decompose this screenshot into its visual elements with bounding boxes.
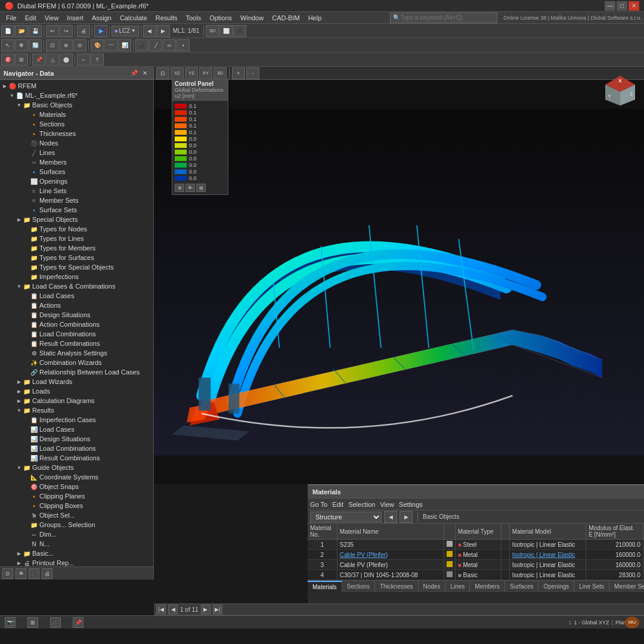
node-btn[interactable]: ⚫ bbox=[135, 39, 148, 51]
deform-btn[interactable]: 〰 bbox=[104, 39, 117, 51]
tree-openings[interactable]: ⬜ Openings bbox=[0, 177, 153, 186]
menu-calculate[interactable]: Calculate bbox=[116, 14, 151, 22]
pag-last-btn[interactable]: ▶| bbox=[213, 605, 222, 614]
status-grid-btn[interactable]: ⊞ bbox=[27, 617, 38, 628]
tree-types-nodes[interactable]: 📁 Types for Nodes bbox=[0, 224, 153, 234]
result-btn[interactable]: 📊 bbox=[118, 39, 131, 51]
status-mark-btn[interactable]: 📌 bbox=[73, 617, 83, 628]
load-btn[interactable]: 📌 bbox=[32, 54, 45, 66]
vp-zoom-out-btn[interactable]: - bbox=[246, 67, 259, 79]
hinge-btn[interactable]: ⬤ bbox=[60, 54, 73, 66]
render-btn[interactable]: 🎨 bbox=[91, 39, 104, 51]
struct-next-btn[interactable]: ▶ bbox=[400, 511, 413, 523]
tab-thicknesses[interactable]: Thicknesses bbox=[375, 581, 419, 593]
menu-insert[interactable]: Insert bbox=[63, 14, 87, 22]
table-row[interactable]: 2 Cable PV (Pfeifer) ■ Metal Isotropic |… bbox=[308, 550, 644, 560]
nav-print-btn[interactable]: 🖨 bbox=[42, 568, 52, 579]
tab-member-sets[interactable]: Member Sets bbox=[609, 581, 644, 593]
mat-menu-view[interactable]: View bbox=[380, 501, 394, 508]
menu-results[interactable]: Results bbox=[152, 14, 181, 22]
text-btn[interactable]: T bbox=[91, 54, 104, 66]
tree-calc-diagrams[interactable]: ▶ 📁 Calculation Diagrams bbox=[0, 396, 153, 405]
tree-combination-wizards[interactable]: ✨ Combination Wizards bbox=[0, 358, 153, 367]
nav-display-btn[interactable]: 👁 bbox=[16, 568, 26, 579]
next-btn[interactable]: ▶ bbox=[157, 25, 170, 37]
vp-fit-btn[interactable]: ⊡ bbox=[156, 67, 169, 79]
tree-line-sets[interactable]: ≡ Line Sets bbox=[0, 186, 153, 196]
cp-expand-btn[interactable]: ⊞ bbox=[196, 184, 206, 192]
save-btn[interactable]: 💾 bbox=[29, 25, 42, 37]
status-cam-btn[interactable]: 📷 bbox=[5, 617, 16, 628]
tab-line-sets[interactable]: Line Sets bbox=[574, 581, 609, 593]
maximize-button[interactable]: □ bbox=[617, 1, 627, 11]
search-input[interactable] bbox=[400, 14, 484, 21]
print-btn[interactable]: 🖨 bbox=[77, 25, 90, 37]
tree-result-combinations[interactable]: 📋 Result Combinations bbox=[0, 339, 153, 348]
tree-lcc[interactable]: ▼ 📁 Load Cases & Combinations bbox=[0, 281, 153, 291]
tab-lines[interactable]: Lines bbox=[445, 581, 470, 593]
pag-prev-btn[interactable]: ◀ bbox=[168, 605, 178, 614]
vp-3d-btn[interactable]: 3D bbox=[213, 67, 227, 79]
close-button[interactable]: ✕ bbox=[628, 1, 639, 11]
snap-btn[interactable]: 🎯 bbox=[1, 54, 14, 66]
tree-sections[interactable]: ▪ Sections bbox=[0, 119, 153, 129]
view3d-btn[interactable]: 3D bbox=[206, 25, 219, 37]
prev-btn[interactable]: ◀ bbox=[143, 25, 156, 37]
tree-obj-snaps[interactable]: 🎯 Object Snaps bbox=[0, 482, 153, 491]
tree-basic2[interactable]: ▶ 📁 Basic... bbox=[0, 549, 153, 558]
tree-types-members[interactable]: 📁 Types for Members bbox=[0, 243, 153, 253]
tree-obj-sel[interactable]: 🖱 Object Sel... bbox=[0, 510, 153, 520]
vp-zoom-in-btn[interactable]: + bbox=[232, 67, 245, 79]
tree-load-combinations[interactable]: 📋 Load Combinations bbox=[0, 329, 153, 339]
tree-res-load-comb[interactable]: 📊 Load Combinations bbox=[0, 444, 153, 453]
open-btn[interactable]: 📂 bbox=[15, 25, 28, 37]
menu-edit[interactable]: Edit bbox=[21, 14, 40, 22]
viewport[interactable]: ⊡ XZ YZ XY 3D + - bbox=[154, 67, 644, 484]
mat-menu-goto[interactable]: Go To bbox=[310, 501, 327, 508]
tree-basic-objects[interactable]: ▼ 📁 Basic Objects bbox=[0, 100, 153, 110]
tab-materials[interactable]: Materials bbox=[308, 581, 342, 593]
tab-sections[interactable]: Sections bbox=[342, 581, 375, 593]
tree-guide-objects[interactable]: ▼ 📁 Guide Objects bbox=[0, 463, 153, 472]
wire-btn[interactable]: ⬜ bbox=[219, 25, 233, 37]
tree-materials[interactable]: ▪ Materials bbox=[0, 110, 153, 119]
tree-thicknesses[interactable]: ▪ Thicknesses bbox=[0, 129, 153, 138]
menu-assign[interactable]: Assign bbox=[88, 14, 115, 22]
surface-btn[interactable]: ▪ bbox=[177, 39, 190, 51]
pag-next-btn[interactable]: ▶ bbox=[201, 605, 210, 614]
cp-view-btn[interactable]: 👁 bbox=[185, 184, 195, 192]
menu-tools[interactable]: Tools bbox=[182, 14, 205, 22]
tree-load-wizards[interactable]: ▶ 📁 Load Wizards bbox=[0, 377, 153, 386]
tree-rfem[interactable]: ▶ 🔴 RFEM bbox=[0, 81, 153, 91]
tree-results[interactable]: ▼ 📁 Results bbox=[0, 405, 153, 415]
tree-clipping-planes[interactable]: ▪ Clipping Planes bbox=[0, 491, 153, 501]
line-btn[interactable]: ╱ bbox=[149, 39, 162, 51]
tree-design-situations[interactable]: 📋 Design Situations bbox=[0, 310, 153, 320]
tree-imperfections[interactable]: 📁 Imperfections bbox=[0, 272, 153, 281]
tree-action-combinations[interactable]: 📋 Action Combinations bbox=[0, 320, 153, 329]
tab-surfaces[interactable]: Surfaces bbox=[505, 581, 538, 593]
tree-res-result-comb[interactable]: 📊 Result Combinations bbox=[0, 453, 153, 463]
menu-cad-bim[interactable]: CAD-BIM bbox=[268, 14, 303, 22]
tree-special-objects[interactable]: ▶ 📁 Special Objects bbox=[0, 215, 153, 224]
new-btn[interactable]: 📄 bbox=[1, 25, 14, 37]
status-video-btn[interactable]: 🎥 bbox=[50, 617, 61, 628]
minimize-button[interactable]: — bbox=[605, 1, 615, 11]
menu-view[interactable]: View bbox=[41, 14, 63, 22]
undo-btn[interactable]: ↩ bbox=[46, 25, 59, 37]
vp-top-btn[interactable]: XY bbox=[199, 67, 212, 79]
redo-btn[interactable]: ↪ bbox=[60, 25, 73, 37]
tree-nodes[interactable]: ⚫ Nodes bbox=[0, 138, 153, 148]
table-row[interactable]: 3 Cable PV (Pfeifer) ■ Metal Isotropic |… bbox=[308, 560, 644, 570]
rotate-btn[interactable]: 🔄 bbox=[29, 39, 42, 51]
lc-dropdown[interactable]: ■ LC2 ▼ bbox=[112, 26, 139, 36]
nav-views-btn[interactable]: 🎥 bbox=[29, 568, 39, 579]
support-btn[interactable]: △ bbox=[46, 54, 59, 66]
vp-front-btn[interactable]: XZ bbox=[171, 67, 184, 79]
tree-surfaces[interactable]: ▪ Surfaces bbox=[0, 167, 153, 177]
tree-coord-systems[interactable]: 📐 Coordinate Systems bbox=[0, 472, 153, 482]
nav-pin-btn[interactable]: 📌 bbox=[129, 69, 139, 78]
tab-nodes[interactable]: Nodes bbox=[419, 581, 446, 593]
pag-first-btn[interactable]: |◀ bbox=[156, 605, 166, 614]
tree-actions[interactable]: 📋 Actions bbox=[0, 301, 153, 310]
